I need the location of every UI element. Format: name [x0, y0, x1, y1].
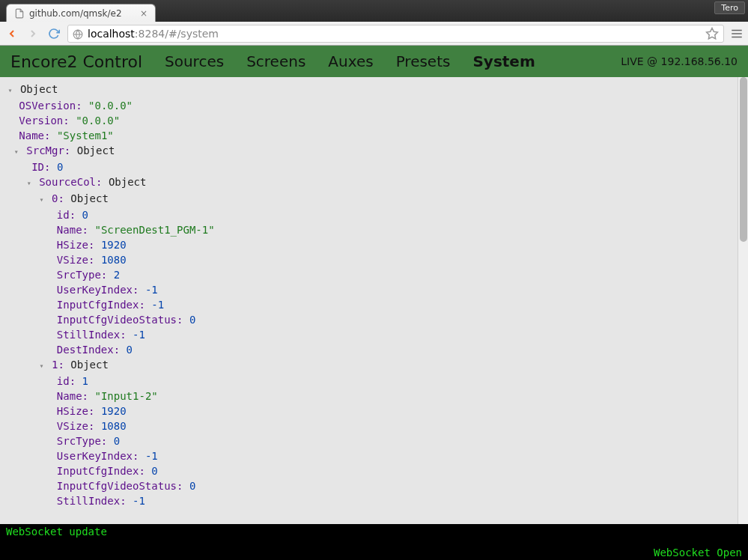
browser-toolbar: localhost:8284/#/system	[0, 22, 748, 46]
type-object: Object	[77, 144, 115, 156]
browser-tab-title: github.com/qmsk/e2	[29, 8, 136, 19]
window-tab-strip: github.com/qmsk/e2 × Tero	[0, 0, 748, 22]
key-id1: id:	[57, 375, 76, 387]
val-id0: 0	[82, 209, 88, 221]
page-icon	[14, 8, 25, 19]
key-inputcfgvideo1: InputCfgVideoStatus:	[57, 480, 183, 492]
key-version: Version:	[19, 115, 69, 127]
val-hsize1: 1920	[101, 405, 127, 417]
footer-status: WebSocket Open	[6, 547, 742, 559]
key-hsize0: HSize:	[57, 239, 95, 251]
val-id1: 1	[82, 375, 88, 387]
footer: WebSocket update WebSocket Open	[0, 524, 748, 560]
caret-icon[interactable]: ▾	[38, 359, 46, 374]
key-name: Name:	[19, 130, 50, 141]
caret-icon[interactable]: ▾	[25, 176, 33, 191]
val-stillidx1: -1	[133, 495, 145, 507]
key-srctype0: SrcType:	[57, 269, 107, 281]
key-inputcfgidx1: InputCfgIndex:	[57, 465, 145, 477]
val-inputcfgidx1: 0	[151, 465, 157, 477]
key-vsize0: VSize:	[57, 254, 95, 266]
type-object: Object	[70, 359, 109, 371]
key-userkeyidx1: UserKeyIndex:	[57, 450, 139, 462]
forward-button[interactable]	[25, 26, 40, 41]
caret-icon[interactable]: ▾	[13, 144, 20, 159]
key-name1: Name:	[57, 390, 88, 402]
caret-icon[interactable]: ▾	[6, 83, 13, 98]
url-text: localhost:8284/#/system	[88, 28, 701, 40]
key-inputcfgvideo0: InputCfgVideoStatus:	[57, 314, 183, 326]
reload-button[interactable]	[46, 26, 61, 41]
key-name0: Name:	[57, 224, 88, 236]
val-hsize0: 1920	[101, 239, 127, 251]
val-name0: "ScreenDest1_PGM-1"	[94, 224, 214, 236]
val-id: 0	[57, 161, 63, 173]
key-id: ID:	[31, 161, 50, 173]
browser-tab[interactable]: github.com/qmsk/e2 ×	[6, 4, 156, 22]
key-inputcfgidx0: InputCfgIndex:	[57, 299, 145, 311]
tree-root-label: Object	[20, 83, 58, 95]
nav-sources[interactable]: Sources	[165, 52, 224, 70]
val-version: "0.0.0"	[76, 115, 120, 127]
scrollbar-thumb[interactable]	[740, 77, 747, 242]
close-icon[interactable]: ×	[140, 8, 148, 19]
val-name: "System1"	[57, 130, 114, 141]
val-vsize0: 1080	[101, 254, 127, 266]
back-button[interactable]	[4, 26, 19, 41]
caret-icon[interactable]: ▾	[38, 192, 46, 207]
val-stillidx0: -1	[133, 329, 145, 341]
key-osversion: OSVersion:	[19, 100, 82, 112]
app-title: Encore2 Control	[10, 52, 142, 71]
svg-marker-2	[707, 28, 718, 38]
nav-screens[interactable]: Screens	[246, 52, 305, 70]
live-status: LIVE @ 192.168.56.10	[621, 55, 738, 67]
content-wrapper: ▾ Object OSVersion: "0.0.0" Version: "0.…	[0, 77, 748, 524]
menu-icon[interactable]	[730, 27, 744, 40]
val-userkeyidx1: -1	[145, 450, 158, 462]
key-hsize1: HSize:	[57, 405, 95, 417]
nav-auxes[interactable]: Auxes	[328, 52, 373, 70]
globe-icon	[73, 28, 83, 39]
type-object: Object	[109, 176, 147, 188]
key-vsize1: VSize:	[57, 420, 95, 432]
type-object: Object	[70, 192, 109, 204]
val-name1: "Input1-2"	[94, 390, 157, 402]
url-input[interactable]: localhost:8284/#/system	[67, 25, 724, 43]
val-destidx0: 0	[127, 344, 133, 356]
user-chip[interactable]: Tero	[714, 1, 745, 14]
val-inputcfgvideo0: 0	[189, 314, 195, 326]
scrollbar-vertical[interactable]	[738, 77, 748, 524]
key-stillidx1: StillIndex:	[57, 495, 127, 507]
val-srctype0: 2	[114, 269, 120, 281]
key-sourcecol: SourceCol:	[39, 176, 102, 188]
val-inputcfgvideo1: 0	[189, 480, 195, 492]
key-idx1: 1:	[52, 359, 64, 371]
key-srcmgr: SrcMgr:	[26, 144, 70, 156]
app-header: Encore2 Control Sources Screens Auxes Pr…	[0, 46, 748, 77]
key-id0: id:	[57, 209, 76, 221]
key-idx0: 0:	[52, 192, 64, 204]
nav-presets[interactable]: Presets	[396, 52, 451, 70]
key-stillidx0: StillIndex:	[57, 329, 127, 341]
star-icon[interactable]	[705, 27, 719, 40]
val-osversion: "0.0.0"	[88, 100, 133, 112]
key-srctype1: SrcType:	[57, 435, 107, 447]
nav-system[interactable]: System	[472, 52, 535, 70]
json-tree-view: ▾ Object OSVersion: "0.0.0" Version: "0.…	[0, 77, 748, 524]
key-destidx0: DestIndex:	[57, 344, 120, 356]
val-vsize1: 1080	[101, 420, 127, 432]
key-userkeyidx0: UserKeyIndex:	[57, 284, 139, 296]
val-userkeyidx0: -1	[145, 284, 158, 296]
footer-message: WebSocket update	[6, 526, 742, 538]
val-inputcfgidx0: -1	[151, 299, 164, 311]
val-srctype1: 0	[114, 435, 120, 447]
